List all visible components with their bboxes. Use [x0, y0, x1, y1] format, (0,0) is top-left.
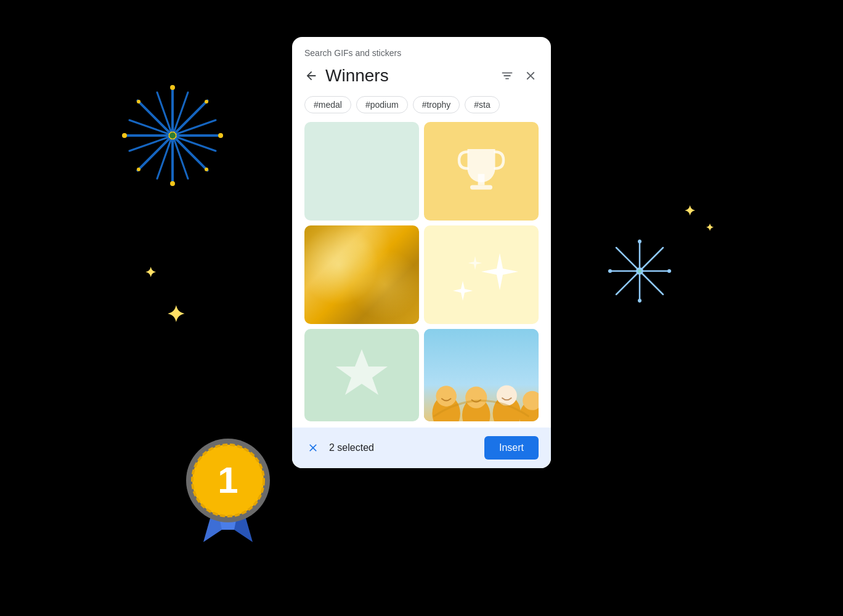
sparkle-icon-2: ✦ — [166, 302, 185, 328]
svg-line-13 — [177, 120, 216, 134]
tag-trophy[interactable]: #trophy — [413, 96, 460, 113]
svg-point-54 — [465, 387, 487, 408]
sparkle-icon-3: ✦ — [684, 203, 695, 219]
gif-item-2[interactable] — [424, 122, 539, 221]
svg-line-33 — [642, 274, 663, 294]
svg-line-12 — [129, 137, 168, 151]
svg-line-11 — [174, 140, 188, 179]
firework-light-icon — [603, 234, 677, 308]
gif-item-4[interactable] — [424, 225, 539, 324]
svg-point-36 — [638, 240, 641, 243]
tag-sta[interactable]: #sta — [465, 96, 499, 113]
svg-line-34 — [642, 248, 663, 269]
selected-count-text: 2 selected — [329, 442, 477, 453]
svg-text:1: 1 — [218, 460, 238, 501]
tag-podium[interactable]: #podium — [356, 96, 408, 113]
svg-point-24 — [205, 100, 208, 103]
filter-button[interactable] — [497, 65, 518, 86]
sparkles-svg — [441, 235, 521, 315]
svg-point-23 — [205, 168, 208, 171]
sparkle-icon-1: ✦ — [145, 265, 156, 281]
svg-marker-41 — [228, 499, 253, 542]
svg-point-18 — [170, 85, 175, 90]
medal-badge-decoration: 1 — [166, 419, 290, 554]
svg-rect-47 — [478, 174, 485, 185]
svg-point-43 — [186, 439, 270, 522]
svg-point-44 — [192, 445, 264, 516]
insert-button[interactable]: Insert — [484, 436, 539, 460]
dialog-title: Winners — [325, 66, 497, 86]
svg-line-6 — [137, 100, 169, 132]
svg-line-7 — [176, 139, 208, 171]
svg-line-32 — [616, 248, 637, 269]
sparkle-icon-4: ✦ — [706, 222, 714, 233]
svg-line-35 — [616, 274, 637, 294]
clear-selection-button[interactable] — [304, 439, 322, 456]
svg-point-1 — [169, 132, 176, 139]
svg-line-16 — [157, 140, 171, 179]
gif-item-3[interactable] — [304, 225, 419, 324]
gold-bokeh-bg — [304, 225, 419, 324]
svg-point-37 — [638, 299, 641, 302]
svg-point-26 — [636, 267, 643, 275]
svg-rect-48 — [470, 185, 492, 190]
svg-point-25 — [137, 168, 140, 171]
svg-point-45 — [192, 445, 264, 516]
dialog-header-label: Search GIFs and stickers — [292, 37, 551, 63]
close-button[interactable] — [520, 65, 541, 86]
star-svg — [331, 344, 393, 406]
footer-bar: 2 selected Insert — [292, 428, 551, 468]
svg-line-9 — [137, 139, 169, 171]
svg-line-14 — [129, 120, 168, 134]
svg-point-0 — [168, 131, 177, 140]
svg-marker-40 — [203, 499, 228, 542]
gif-item-6[interactable] — [424, 329, 539, 421]
svg-line-15 — [177, 137, 216, 151]
svg-point-38 — [608, 269, 612, 273]
svg-point-20 — [122, 133, 127, 138]
svg-line-8 — [176, 100, 208, 132]
gif-item-5[interactable] — [304, 329, 419, 421]
svg-line-10 — [157, 92, 171, 131]
svg-point-52 — [436, 386, 457, 407]
firework-blue-icon — [111, 74, 234, 197]
svg-marker-42 — [216, 499, 240, 530]
tags-row: #medal #podium #trophy #sta — [292, 94, 551, 122]
svg-point-22 — [137, 100, 140, 103]
svg-point-19 — [170, 181, 175, 186]
people-photo-bg — [424, 329, 539, 421]
gif-search-dialog: Search GIFs and stickers Winners #medal … — [292, 37, 551, 468]
back-button[interactable] — [302, 67, 320, 85]
gif-grid — [292, 122, 551, 428]
trophy-svg — [454, 144, 509, 199]
svg-point-39 — [667, 269, 671, 273]
gif-item-1[interactable] — [304, 122, 419, 221]
svg-point-27 — [638, 269, 641, 273]
svg-line-17 — [174, 92, 188, 131]
dialog-title-row: Winners — [292, 63, 551, 94]
tag-medal[interactable]: #medal — [304, 96, 351, 113]
svg-point-21 — [218, 133, 223, 138]
